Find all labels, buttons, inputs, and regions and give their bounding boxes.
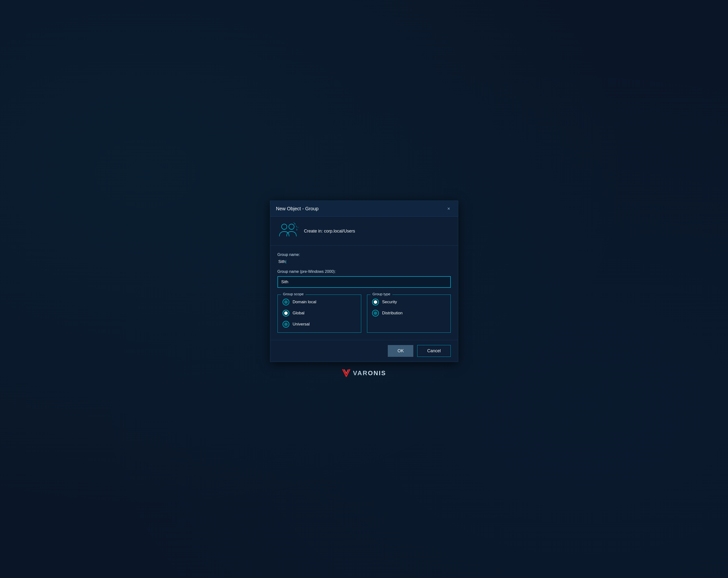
radio-security[interactable]: Security (372, 299, 446, 305)
radio-universal[interactable]: Universal (283, 321, 356, 328)
group-scope-box: Group scope Domain local Global Universa… (278, 295, 361, 333)
radio-distribution[interactable]: Distribution (372, 310, 446, 317)
varonis-v-icon (342, 369, 350, 377)
svg-line-7 (295, 224, 296, 226)
dialog-titlebar: New Object - Group × (270, 201, 458, 217)
svg-line-9 (294, 223, 295, 224)
radio-circle-security (372, 299, 379, 305)
ok-button[interactable]: OK (388, 345, 413, 357)
radio-label-global: Global (293, 311, 305, 316)
group-scope-legend: Group scope (281, 292, 306, 296)
group-icon-area (278, 221, 299, 241)
group-name-pre2000-label: Group name (pre-Windows 2000): (278, 270, 451, 274)
svg-point-1 (289, 224, 294, 229)
svg-point-0 (282, 224, 287, 229)
radio-groups-row: Group scope Domain local Global Universa… (278, 295, 451, 333)
group-users-icon (278, 221, 299, 241)
group-name-pre2000-input[interactable] (278, 276, 451, 288)
svg-line-10 (296, 226, 298, 227)
radio-label-universal: Universal (293, 322, 310, 327)
radio-circle-distribution (372, 310, 379, 317)
group-name-display: Sith (278, 259, 451, 264)
radio-label-domain-local: Domain local (293, 300, 316, 304)
svg-line-8 (296, 226, 297, 230)
radio-label-distribution: Distribution (382, 311, 403, 316)
dialog-footer: OK Cancel (270, 340, 458, 362)
cancel-button[interactable]: Cancel (417, 345, 450, 357)
dialog-header: Create in: corp.local/Users (270, 217, 458, 246)
radio-domain-local[interactable]: Domain local (283, 299, 356, 305)
close-button[interactable]: × (445, 205, 452, 212)
dialog-form: Group name: Sith Group name (pre-Windows… (270, 246, 458, 340)
page-background: New Object - Group × (0, 0, 728, 578)
group-type-legend: Group type (371, 292, 392, 296)
group-name-label: Group name: (278, 253, 451, 257)
varonis-logo: VARonis (342, 369, 386, 377)
dialog-title: New Object - Group (276, 206, 319, 211)
radio-circle-universal (283, 321, 289, 328)
dialog: New Object - Group × (270, 201, 458, 362)
radio-circle-domain-local (283, 299, 289, 305)
group-type-box: Group type Security Distribution (367, 295, 451, 333)
varonis-brand-text: VARonis (353, 369, 386, 377)
radio-circle-global (283, 310, 289, 317)
radio-label-security: Security (382, 300, 397, 304)
radio-global[interactable]: Global (283, 310, 356, 317)
create-in-label: Create in: corp.local/Users (304, 229, 355, 234)
